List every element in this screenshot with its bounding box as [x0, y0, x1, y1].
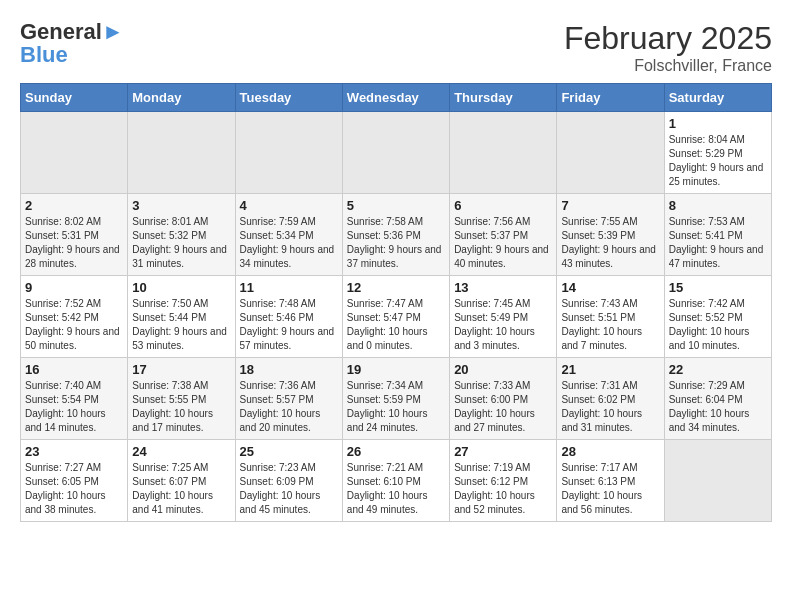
- day-number: 10: [132, 280, 230, 295]
- day-number: 25: [240, 444, 338, 459]
- calendar-week-2: 9Sunrise: 7:52 AM Sunset: 5:42 PM Daylig…: [21, 276, 772, 358]
- calendar-cell: [342, 112, 449, 194]
- header-friday: Friday: [557, 84, 664, 112]
- day-number: 19: [347, 362, 445, 377]
- calendar-cell: 20Sunrise: 7:33 AM Sunset: 6:00 PM Dayli…: [450, 358, 557, 440]
- day-info: Sunrise: 7:55 AM Sunset: 5:39 PM Dayligh…: [561, 215, 659, 271]
- day-number: 14: [561, 280, 659, 295]
- day-number: 4: [240, 198, 338, 213]
- day-info: Sunrise: 7:25 AM Sunset: 6:07 PM Dayligh…: [132, 461, 230, 517]
- calendar-cell: 16Sunrise: 7:40 AM Sunset: 5:54 PM Dayli…: [21, 358, 128, 440]
- day-info: Sunrise: 8:02 AM Sunset: 5:31 PM Dayligh…: [25, 215, 123, 271]
- day-number: 17: [132, 362, 230, 377]
- calendar-cell: [235, 112, 342, 194]
- header-tuesday: Tuesday: [235, 84, 342, 112]
- calendar-cell: 27Sunrise: 7:19 AM Sunset: 6:12 PM Dayli…: [450, 440, 557, 522]
- day-info: Sunrise: 8:04 AM Sunset: 5:29 PM Dayligh…: [669, 133, 767, 189]
- calendar-week-1: 2Sunrise: 8:02 AM Sunset: 5:31 PM Daylig…: [21, 194, 772, 276]
- calendar-week-0: 1Sunrise: 8:04 AM Sunset: 5:29 PM Daylig…: [21, 112, 772, 194]
- day-number: 15: [669, 280, 767, 295]
- day-number: 22: [669, 362, 767, 377]
- calendar-cell: 6Sunrise: 7:56 AM Sunset: 5:37 PM Daylig…: [450, 194, 557, 276]
- day-number: 20: [454, 362, 552, 377]
- day-info: Sunrise: 7:53 AM Sunset: 5:41 PM Dayligh…: [669, 215, 767, 271]
- day-info: Sunrise: 7:31 AM Sunset: 6:02 PM Dayligh…: [561, 379, 659, 435]
- calendar-cell: 21Sunrise: 7:31 AM Sunset: 6:02 PM Dayli…: [557, 358, 664, 440]
- calendar-week-4: 23Sunrise: 7:27 AM Sunset: 6:05 PM Dayli…: [21, 440, 772, 522]
- day-info: Sunrise: 7:50 AM Sunset: 5:44 PM Dayligh…: [132, 297, 230, 353]
- day-info: Sunrise: 7:23 AM Sunset: 6:09 PM Dayligh…: [240, 461, 338, 517]
- day-info: Sunrise: 8:01 AM Sunset: 5:32 PM Dayligh…: [132, 215, 230, 271]
- calendar-cell: 12Sunrise: 7:47 AM Sunset: 5:47 PM Dayli…: [342, 276, 449, 358]
- calendar-cell: 5Sunrise: 7:58 AM Sunset: 5:36 PM Daylig…: [342, 194, 449, 276]
- logo: General► Blue: [20, 20, 124, 66]
- calendar-cell: 10Sunrise: 7:50 AM Sunset: 5:44 PM Dayli…: [128, 276, 235, 358]
- day-number: 6: [454, 198, 552, 213]
- day-info: Sunrise: 7:33 AM Sunset: 6:00 PM Dayligh…: [454, 379, 552, 435]
- day-number: 3: [132, 198, 230, 213]
- calendar-cell: 22Sunrise: 7:29 AM Sunset: 6:04 PM Dayli…: [664, 358, 771, 440]
- day-info: Sunrise: 7:48 AM Sunset: 5:46 PM Dayligh…: [240, 297, 338, 353]
- day-number: 7: [561, 198, 659, 213]
- calendar-cell: 18Sunrise: 7:36 AM Sunset: 5:57 PM Dayli…: [235, 358, 342, 440]
- day-info: Sunrise: 7:52 AM Sunset: 5:42 PM Dayligh…: [25, 297, 123, 353]
- calendar-cell: 13Sunrise: 7:45 AM Sunset: 5:49 PM Dayli…: [450, 276, 557, 358]
- calendar-cell: 14Sunrise: 7:43 AM Sunset: 5:51 PM Dayli…: [557, 276, 664, 358]
- title-block: February 2025 Folschviller, France: [564, 20, 772, 75]
- calendar-cell: 2Sunrise: 8:02 AM Sunset: 5:31 PM Daylig…: [21, 194, 128, 276]
- day-number: 5: [347, 198, 445, 213]
- day-info: Sunrise: 7:38 AM Sunset: 5:55 PM Dayligh…: [132, 379, 230, 435]
- day-number: 24: [132, 444, 230, 459]
- header-sunday: Sunday: [21, 84, 128, 112]
- day-info: Sunrise: 7:19 AM Sunset: 6:12 PM Dayligh…: [454, 461, 552, 517]
- day-number: 21: [561, 362, 659, 377]
- day-number: 2: [25, 198, 123, 213]
- calendar-cell: 9Sunrise: 7:52 AM Sunset: 5:42 PM Daylig…: [21, 276, 128, 358]
- day-info: Sunrise: 7:56 AM Sunset: 5:37 PM Dayligh…: [454, 215, 552, 271]
- calendar-cell: 8Sunrise: 7:53 AM Sunset: 5:41 PM Daylig…: [664, 194, 771, 276]
- day-number: 26: [347, 444, 445, 459]
- calendar-cell: 26Sunrise: 7:21 AM Sunset: 6:10 PM Dayli…: [342, 440, 449, 522]
- calendar-cell: [557, 112, 664, 194]
- day-number: 8: [669, 198, 767, 213]
- calendar-cell: 24Sunrise: 7:25 AM Sunset: 6:07 PM Dayli…: [128, 440, 235, 522]
- calendar-cell: 3Sunrise: 8:01 AM Sunset: 5:32 PM Daylig…: [128, 194, 235, 276]
- day-info: Sunrise: 7:21 AM Sunset: 6:10 PM Dayligh…: [347, 461, 445, 517]
- day-number: 9: [25, 280, 123, 295]
- day-info: Sunrise: 7:58 AM Sunset: 5:36 PM Dayligh…: [347, 215, 445, 271]
- calendar-cell: 15Sunrise: 7:42 AM Sunset: 5:52 PM Dayli…: [664, 276, 771, 358]
- calendar-cell: 17Sunrise: 7:38 AM Sunset: 5:55 PM Dayli…: [128, 358, 235, 440]
- day-number: 23: [25, 444, 123, 459]
- day-number: 1: [669, 116, 767, 131]
- header-saturday: Saturday: [664, 84, 771, 112]
- location: Folschviller, France: [564, 57, 772, 75]
- day-info: Sunrise: 7:27 AM Sunset: 6:05 PM Dayligh…: [25, 461, 123, 517]
- day-number: 16: [25, 362, 123, 377]
- calendar-cell: 7Sunrise: 7:55 AM Sunset: 5:39 PM Daylig…: [557, 194, 664, 276]
- day-info: Sunrise: 7:40 AM Sunset: 5:54 PM Dayligh…: [25, 379, 123, 435]
- day-info: Sunrise: 7:45 AM Sunset: 5:49 PM Dayligh…: [454, 297, 552, 353]
- day-number: 28: [561, 444, 659, 459]
- day-number: 11: [240, 280, 338, 295]
- day-number: 27: [454, 444, 552, 459]
- day-info: Sunrise: 7:34 AM Sunset: 5:59 PM Dayligh…: [347, 379, 445, 435]
- logo-blue: Blue: [20, 44, 124, 66]
- month-title: February 2025: [564, 20, 772, 57]
- day-info: Sunrise: 7:47 AM Sunset: 5:47 PM Dayligh…: [347, 297, 445, 353]
- header-wednesday: Wednesday: [342, 84, 449, 112]
- calendar-cell: 23Sunrise: 7:27 AM Sunset: 6:05 PM Dayli…: [21, 440, 128, 522]
- day-info: Sunrise: 7:43 AM Sunset: 5:51 PM Dayligh…: [561, 297, 659, 353]
- calendar-cell: 11Sunrise: 7:48 AM Sunset: 5:46 PM Dayli…: [235, 276, 342, 358]
- calendar-table: SundayMondayTuesdayWednesdayThursdayFrid…: [20, 83, 772, 522]
- calendar-cell: [21, 112, 128, 194]
- day-info: Sunrise: 7:42 AM Sunset: 5:52 PM Dayligh…: [669, 297, 767, 353]
- day-number: 18: [240, 362, 338, 377]
- calendar-week-3: 16Sunrise: 7:40 AM Sunset: 5:54 PM Dayli…: [21, 358, 772, 440]
- header-monday: Monday: [128, 84, 235, 112]
- day-number: 12: [347, 280, 445, 295]
- calendar-cell: 28Sunrise: 7:17 AM Sunset: 6:13 PM Dayli…: [557, 440, 664, 522]
- calendar-cell: 1Sunrise: 8:04 AM Sunset: 5:29 PM Daylig…: [664, 112, 771, 194]
- day-info: Sunrise: 7:17 AM Sunset: 6:13 PM Dayligh…: [561, 461, 659, 517]
- calendar-header-row: SundayMondayTuesdayWednesdayThursdayFrid…: [21, 84, 772, 112]
- page-header: General► Blue February 2025 Folschviller…: [20, 20, 772, 75]
